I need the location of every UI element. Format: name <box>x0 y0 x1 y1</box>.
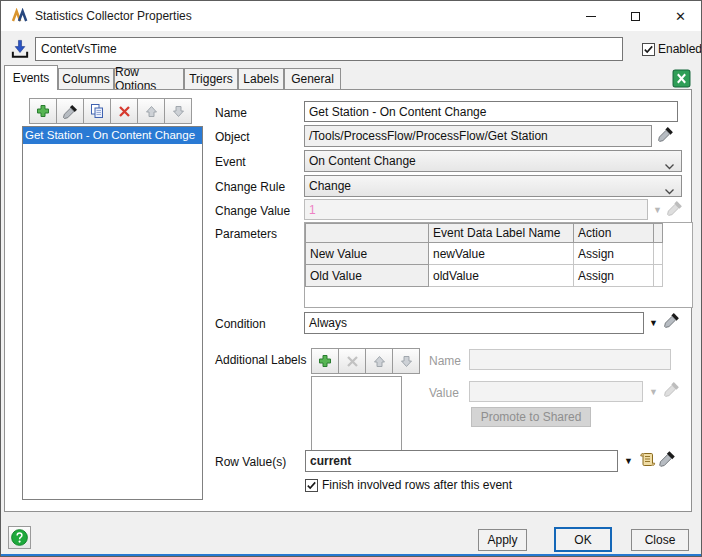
label-name-field-disabled[interactable] <box>469 349 671 370</box>
enabled-checkbox-row: Enabled <box>642 42 702 56</box>
promote-to-shared-button[interactable]: Promote to Shared <box>471 407 591 427</box>
label-value-eyedropper-icon-disabled[interactable] <box>663 380 681 402</box>
delete-label-button-disabled[interactable] <box>338 348 366 374</box>
table-row: Old Value oldValue Assign <box>306 265 663 287</box>
condition-dropdown-icon[interactable]: ▼ <box>649 319 658 328</box>
param-cell-action[interactable]: Assign <box>574 243 654 265</box>
condition-label: Condition <box>215 317 266 331</box>
events-tab-page: Get Station - On Content Change Name Get… <box>4 89 692 512</box>
change-value-dropdown-icon[interactable]: ▼ <box>653 206 662 215</box>
additional-labels-toolbar <box>311 348 420 374</box>
label-name-label: Name <box>429 354 461 368</box>
event-combobox[interactable]: On Content Change <box>304 150 682 172</box>
add-event-button[interactable] <box>29 98 57 124</box>
help-button[interactable] <box>8 526 31 549</box>
maximize-button[interactable] <box>613 1 658 31</box>
change-value-field[interactable]: 1 <box>304 199 648 220</box>
title-bar: Statistics Collector Properties ✕ <box>1 1 701 31</box>
label-value-label: Value <box>429 386 459 400</box>
event-label: Event <box>215 155 246 169</box>
export-to-excel-icon[interactable] <box>672 69 691 88</box>
finish-rows-label: Finish involved rows after this event <box>322 478 512 492</box>
param-row-header: New Value <box>306 243 429 265</box>
param-cell-label-name[interactable]: oldValue <box>429 265 574 287</box>
tab-general[interactable]: General <box>284 68 341 89</box>
code-scroll-icon[interactable] <box>638 450 657 473</box>
help-icon <box>10 528 29 547</box>
change-value-label: Change Value <box>215 204 290 218</box>
change-value-eyedropper-icon-disabled[interactable] <box>666 199 684 221</box>
move-event-down-button[interactable] <box>164 98 192 124</box>
finish-rows-checkbox-row: Finish involved rows after this event <box>305 478 512 492</box>
param-col-header-action: Action <box>574 224 654 243</box>
parameters-table: Event Data Label Name Action New Value n… <box>304 222 693 308</box>
enabled-label: Enabled <box>658 42 702 56</box>
param-cell-label-name[interactable]: newValue <box>429 243 574 265</box>
change-rule-combobox[interactable]: Change <box>304 175 682 197</box>
sampler-eyedropper-button[interactable] <box>56 98 84 124</box>
change-rule-label: Change Rule <box>215 180 285 194</box>
tab-row-options[interactable]: Row Options <box>114 68 184 89</box>
move-label-down-button-disabled[interactable] <box>392 348 420 374</box>
maximize-icon <box>631 12 640 21</box>
minimize-button[interactable] <box>568 1 613 31</box>
event-listbox[interactable]: Get Station - On Content Change <box>22 126 203 500</box>
row-values-eyedropper-icon[interactable] <box>658 449 677 472</box>
ok-button[interactable]: OK <box>554 527 612 552</box>
tab-columns[interactable]: Columns <box>58 68 114 89</box>
event-list-item[interactable]: Get Station - On Content Change <box>23 127 202 144</box>
table-row: New Value newValue Assign <box>306 243 663 265</box>
drag-drop-icon[interactable] <box>9 38 31 60</box>
param-cell-action[interactable]: Assign <box>574 265 654 287</box>
tab-events[interactable]: Events <box>4 65 58 90</box>
tab-triggers[interactable]: Triggers <box>184 68 238 89</box>
row-values-dropdown-icon[interactable]: ▼ <box>624 457 633 466</box>
name-label: Name <box>215 106 247 120</box>
event-list-toolbar <box>29 98 192 124</box>
event-name-field[interactable]: Get Station - On Content Change <box>304 101 678 122</box>
parameters-label: Parameters <box>215 227 277 241</box>
object-field[interactable]: /Tools/ProcessFlow/ProcessFlow/Get Stati… <box>304 125 652 147</box>
row-values-field[interactable]: current <box>305 450 618 472</box>
collector-name-input[interactable] <box>35 37 623 61</box>
label-value-field-disabled[interactable] <box>469 381 643 402</box>
window-title: Statistics Collector Properties <box>35 1 192 31</box>
delete-event-button[interactable] <box>110 98 138 124</box>
minimize-icon <box>586 16 596 17</box>
additional-labels-label: Additional Labels <box>215 353 306 367</box>
apply-button[interactable]: Apply <box>478 529 527 551</box>
down-arrow-icon <box>399 354 414 369</box>
object-eyedropper-icon[interactable] <box>657 125 675 147</box>
add-label-button[interactable] <box>311 348 339 374</box>
close-button[interactable]: ✕ <box>658 1 702 31</box>
move-label-up-button-disabled[interactable] <box>365 348 393 374</box>
param-row-header: Old Value <box>306 265 429 287</box>
parameters-grid: Event Data Label Name Action New Value n… <box>305 223 663 287</box>
enabled-checkbox[interactable] <box>642 43 655 56</box>
chevron-down-icon <box>664 159 675 173</box>
finish-rows-checkbox[interactable] <box>305 479 318 492</box>
param-col-header-empty <box>306 224 429 243</box>
statistics-collector-properties-window: Statistics Collector Properties ✕ Enable… <box>0 0 702 557</box>
tab-labels[interactable]: Labels <box>238 68 284 89</box>
param-col-header-event-data-label: Event Data Label Name <box>429 224 574 243</box>
copy-event-button[interactable] <box>83 98 111 124</box>
window-bottom-accent <box>1 554 701 556</box>
flexsim-logo-icon <box>11 8 29 24</box>
close-button-footer[interactable]: Close <box>631 529 689 551</box>
condition-eyedropper-icon[interactable] <box>663 311 681 333</box>
label-value-dropdown-icon-disabled[interactable]: ▼ <box>649 388 658 397</box>
move-event-up-button[interactable] <box>137 98 165 124</box>
condition-field[interactable]: Always <box>304 312 644 334</box>
down-arrow-icon <box>171 104 186 119</box>
param-col-header-filler <box>654 224 663 243</box>
row-values-label: Row Value(s) <box>215 455 286 469</box>
object-label: Object <box>215 130 250 144</box>
chevron-down-icon <box>664 184 675 198</box>
